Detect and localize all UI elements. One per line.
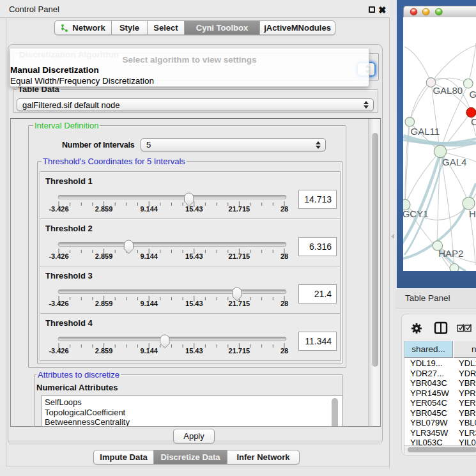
- svg-text:28: 28: [280, 252, 288, 260]
- svg-text:-3.426: -3.426: [49, 300, 68, 307]
- svg-text:GAL11: GAL11: [411, 126, 440, 137]
- svg-text:-3.426: -3.426: [49, 347, 68, 355]
- svg-text:2.859: 2.859: [95, 300, 113, 307]
- svg-text:28: 28: [280, 347, 288, 355]
- svg-text:15.43: 15.43: [185, 205, 203, 213]
- svg-text:H: H: [469, 208, 476, 219]
- svg-text:15.43: 15.43: [185, 347, 203, 355]
- svg-text:GA: GA: [470, 89, 476, 100]
- svg-text:21.715: 21.715: [229, 347, 250, 355]
- svg-text:9.144: 9.144: [140, 205, 158, 213]
- svg-text:21.715: 21.715: [229, 205, 250, 213]
- svg-text:9.144: 9.144: [140, 347, 158, 355]
- svg-text:2.859: 2.859: [95, 252, 113, 260]
- svg-text:15.43: 15.43: [185, 300, 203, 307]
- svg-text:GCY1: GCY1: [403, 208, 429, 219]
- svg-text:-3.426: -3.426: [49, 205, 68, 213]
- svg-text:2.859: 2.859: [95, 347, 113, 355]
- svg-text:GAL80: GAL80: [433, 85, 463, 96]
- svg-text:28: 28: [280, 300, 288, 307]
- svg-text:21.715: 21.715: [229, 252, 250, 260]
- svg-text:15.43: 15.43: [185, 252, 203, 260]
- svg-text:HAP2: HAP2: [438, 248, 463, 259]
- svg-text:9.144: 9.144: [140, 252, 158, 260]
- svg-text:9.144: 9.144: [140, 300, 158, 307]
- svg-text:GAL4: GAL4: [442, 157, 466, 167]
- svg-text:28: 28: [280, 205, 288, 213]
- svg-text:2.859: 2.859: [95, 205, 113, 213]
- svg-text:-3.426: -3.426: [49, 252, 68, 260]
- svg-text:C: C: [471, 116, 476, 127]
- svg-text:21.715: 21.715: [229, 300, 250, 307]
